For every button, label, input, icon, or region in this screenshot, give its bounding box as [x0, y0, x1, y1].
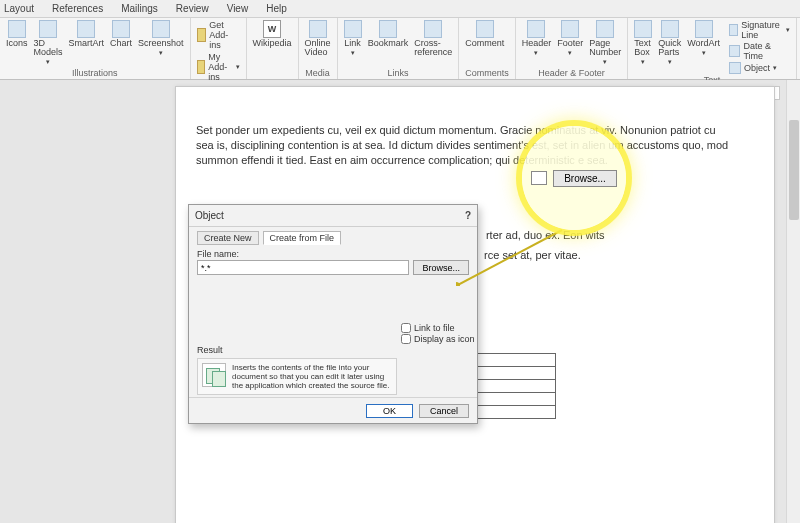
group-wiki: WWikipedia [247, 18, 299, 79]
screenshot-button[interactable]: Screenshot [138, 20, 184, 56]
tab-help[interactable]: Help [266, 3, 287, 14]
object-button[interactable]: Object [729, 62, 790, 74]
object-dialog: Object ? Create New Create from File Fil… [188, 204, 478, 424]
footer-button[interactable]: Footer [557, 20, 583, 56]
tab-references[interactable]: References [52, 3, 103, 14]
link-to-file-check[interactable]: Link to file [401, 323, 475, 333]
text-box-button[interactable]: Text Box [634, 20, 652, 65]
group-label: Comments [465, 68, 509, 79]
group-comments: Comment Comments [459, 18, 516, 79]
dialog-help-button[interactable]: ? [465, 205, 471, 226]
group-addins: Get Add-ins My Add-ins Add-ins [191, 18, 247, 79]
vertical-scrollbar[interactable] [786, 80, 800, 523]
tab-create-from-file[interactable]: Create from File [263, 231, 342, 245]
tab-view[interactable]: View [227, 3, 249, 14]
result-title: Result [197, 345, 397, 355]
online-video-button[interactable]: Online Video [305, 20, 331, 57]
result-icon [202, 363, 226, 387]
group-label: Illustrations [6, 68, 184, 79]
smartart-button[interactable]: SmartArt [69, 20, 105, 48]
get-addins-button[interactable]: Get Add-ins [197, 20, 240, 50]
cross-reference-button[interactable]: Cross- reference [414, 20, 452, 57]
file-name-label: File name: [197, 249, 469, 259]
header-button[interactable]: Header [522, 20, 552, 56]
tab-create-new[interactable]: Create New [197, 231, 259, 245]
quick-parts-button[interactable]: Quick Parts [658, 20, 681, 65]
bookmark-button[interactable]: Bookmark [368, 20, 409, 48]
group-illustrations: Icons 3D Models SmartArt Chart Screensho… [0, 18, 191, 79]
browse-button[interactable]: Browse... [413, 260, 469, 275]
result-text: Inserts the contents of the file into yo… [232, 363, 392, 390]
body-paragraph: Set ponder um expedients cu, veil ex qui… [196, 123, 734, 168]
group-links: Link Bookmark Cross- reference Links [338, 18, 460, 79]
ribbon: Icons 3D Models SmartArt Chart Screensho… [0, 18, 800, 80]
cancel-button[interactable]: Cancel [419, 404, 469, 418]
wordart-button[interactable]: WordArt [687, 20, 720, 56]
display-as-icon-check[interactable]: Display as icon [401, 334, 475, 344]
page-number-button[interactable]: Page Number [589, 20, 621, 65]
chart-button[interactable]: Chart [110, 20, 132, 48]
tab-layout[interactable]: Layout [4, 3, 34, 14]
group-text: Text Box Quick Parts WordArt Signature L… [628, 18, 796, 79]
my-addins-button[interactable]: My Add-ins [197, 52, 240, 82]
callout-highlight: Browse... [522, 126, 626, 230]
3d-models-button[interactable]: 3D Models [34, 20, 63, 65]
group-label: Links [344, 68, 453, 79]
link-button[interactable]: Link [344, 20, 362, 56]
result-panel: Result Inserts the contents of the file … [197, 345, 397, 395]
ok-button[interactable]: OK [366, 404, 413, 418]
dialog-titlebar[interactable]: Object ? [189, 205, 477, 227]
group-label: Media [305, 68, 331, 79]
ribbon-tabs: Layout References Mailings Review View H… [0, 0, 800, 18]
callout-browse-button[interactable]: Browse... [553, 170, 617, 187]
signature-line-button[interactable]: Signature Line [729, 20, 790, 40]
wikipedia-button[interactable]: WWikipedia [253, 20, 292, 48]
callout-field-icon [531, 171, 547, 185]
dialog-title: Object [195, 205, 224, 226]
tab-review[interactable]: Review [176, 3, 209, 14]
file-name-input[interactable] [197, 260, 409, 275]
scrollbar-thumb[interactable] [789, 120, 799, 220]
icons-button[interactable]: Icons [6, 20, 28, 48]
group-media: Online Video Media [299, 18, 338, 79]
tab-mailings[interactable]: Mailings [121, 3, 158, 14]
comment-button[interactable]: Comment [465, 20, 504, 48]
group-label: Header & Footer [522, 68, 622, 79]
group-symbols: πEquation S Symbols [797, 18, 800, 79]
group-header-footer: Header Footer Page Number Header & Foote… [516, 18, 629, 79]
date-time-button[interactable]: Date & Time [729, 41, 790, 61]
